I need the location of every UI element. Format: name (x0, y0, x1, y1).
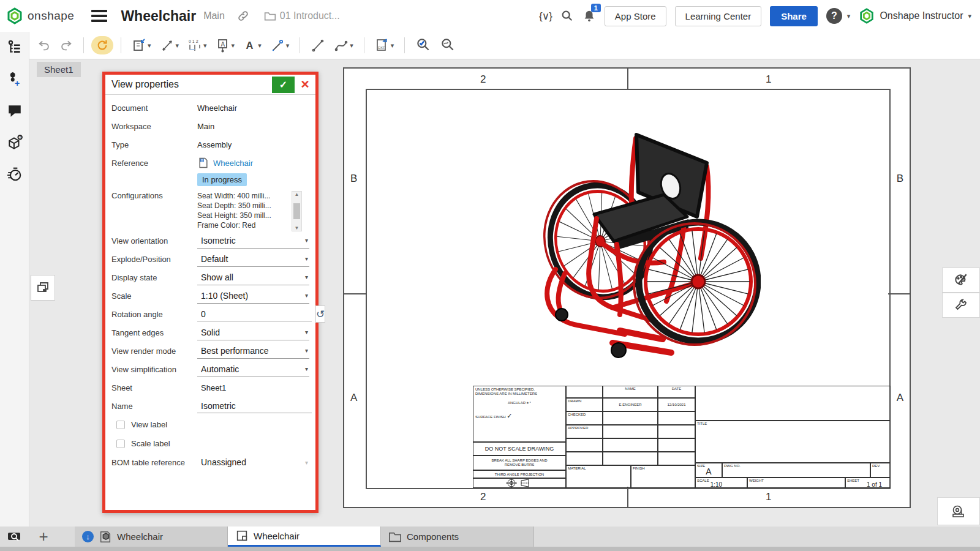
scroll-down-icon[interactable]: ▼ (295, 225, 300, 231)
dimension-button[interactable]: ▾ (157, 36, 183, 55)
inspect-dimensions-button[interactable] (437, 35, 459, 56)
palette-brush-icon (953, 272, 969, 288)
view-label-checkbox[interactable] (116, 421, 125, 429)
drawing-sheet[interactable]: 2 1 2 1 B A B A (343, 67, 911, 508)
dimension-icon (160, 38, 175, 53)
view-name-input[interactable] (197, 399, 312, 413)
reference-link[interactable]: Wheelchair (197, 157, 253, 169)
confirm-button[interactable]: ✓ (272, 77, 295, 93)
export-dxf-icon: DXF (375, 38, 390, 53)
drawing-toolbar: ▾ ▾ 0 1 2 ▾ A ▾ A ▾ ▾ ▾ (29, 32, 980, 59)
undo-button[interactable] (34, 36, 54, 54)
leader-button[interactable]: ▾ (267, 36, 293, 55)
configurations-scrollbar[interactable]: ▲ ▼ (292, 191, 302, 231)
folder-icon (264, 10, 276, 21)
edit-appearance-button[interactable] (942, 268, 980, 293)
bottom-tab-bar: + ↓ Wheelchair Wheelchair Components (0, 527, 980, 547)
chevron-down-icon: ▾ (305, 237, 308, 244)
configurations-list[interactable]: Seat Width: 400 milli... Seat Depth: 350… (197, 191, 290, 231)
drawing-tab-icon (235, 529, 249, 542)
search-icon[interactable] (560, 9, 574, 23)
find-tab-button[interactable] (0, 527, 29, 547)
scrollbar-thumb[interactable] (293, 203, 300, 219)
line-tool-button[interactable] (307, 36, 328, 55)
link-icon[interactable] (237, 10, 249, 22)
measure-button[interactable] (937, 497, 980, 525)
dialog-titlebar[interactable]: View properties ✓ ✕ (105, 75, 315, 95)
scale-label-checkbox[interactable] (116, 440, 125, 448)
view-label-text: View label (131, 420, 167, 429)
title-label: TITLE (696, 421, 890, 426)
drawn-name: E.ENGINEER (603, 398, 658, 411)
left-panel-rail: + ? (0, 32, 29, 527)
note-icon: A (216, 38, 230, 53)
app-store-button[interactable]: App Store (605, 6, 666, 26)
comment-icon (7, 103, 23, 119)
note-button[interactable]: A ▾ (213, 36, 238, 55)
display-state-select[interactable]: Show all▾ (197, 269, 309, 285)
sheets-panel-button[interactable] (7, 39, 23, 55)
tab-components-folder[interactable]: Components (381, 527, 534, 547)
check-dimensions-button[interactable] (412, 35, 434, 56)
explode-position-select[interactable]: Default▾ (197, 251, 309, 267)
reset-rotation-button[interactable]: ↺ (315, 305, 325, 323)
onshape-logo[interactable]: onshape (0, 7, 74, 24)
onshape-app: onshape Wheelchair Main 01 Introduct... … (0, 0, 980, 551)
help-menu[interactable]: ? ▾ (826, 8, 851, 24)
type-label: Type (111, 140, 197, 149)
update-views-button[interactable] (91, 36, 113, 54)
chevron-down-icon: ▾ (305, 255, 308, 262)
redo-button[interactable] (56, 36, 76, 54)
account-menu[interactable]: Onshape Instructor ▾ (859, 8, 971, 24)
tab-wheelchair-assembly[interactable]: ↓ Wheelchair (75, 527, 228, 547)
drawing-properties-button[interactable] (942, 293, 980, 318)
tangent-edges-select[interactable]: Solid▾ (197, 324, 309, 340)
top-header: onshape Wheelchair Main 01 Introduct... … (0, 0, 980, 32)
view-simplification-select[interactable]: Automatic▾ (197, 361, 309, 377)
main-menu-icon[interactable] (91, 7, 107, 24)
notifications-bell[interactable]: 1 (582, 9, 596, 23)
breadcrumb-folder[interactable]: 01 Introduct... (264, 10, 340, 21)
export-dxf-button[interactable]: DXF ▾ (372, 36, 398, 55)
ordinate-dimension-button[interactable]: 0 1 2 ▾ (184, 36, 210, 55)
configurations-panel-button[interactable]: + (7, 71, 23, 87)
rotation-angle-input[interactable] (197, 307, 312, 321)
bom-table-reference-select[interactable]: Unassigned▾ (197, 454, 309, 470)
surface-finish-note: SURFACE FINISH ✓ (473, 405, 565, 420)
text-button[interactable]: A ▾ (240, 36, 265, 54)
view-orientation-label: View orientation (111, 236, 197, 246)
insert-view-button[interactable]: ▾ (129, 36, 154, 55)
scale-select[interactable]: 1:10 (Sheet)▾ (197, 288, 309, 304)
sheet1-tab[interactable]: Sheet1 (37, 62, 81, 77)
header-actions: {∨} 1 App Store Learning Center Share ? … (539, 6, 980, 26)
sheets-toggle-button[interactable] (31, 275, 55, 301)
chevron-down-icon: ▾ (258, 42, 262, 50)
featurescript-icon[interactable]: {∨} (539, 10, 552, 23)
svg-text:DXF: DXF (378, 46, 385, 50)
history-panel-button[interactable] (7, 167, 23, 182)
scroll-up-icon[interactable]: ▲ (295, 192, 300, 197)
view-orientation-select[interactable]: Isometric▾ (197, 233, 309, 249)
zone-tick (627, 69, 628, 89)
spline-tool-button[interactable]: ▾ (331, 36, 356, 55)
workspace-name: Main (203, 10, 225, 21)
checked-label: CHECKED (567, 412, 602, 417)
chevron-down-icon: ▾ (968, 12, 971, 20)
share-button[interactable]: Share (770, 6, 818, 26)
parts-panel-button[interactable]: ? (7, 135, 23, 151)
view-render-mode-select[interactable]: Best performance▾ (197, 343, 309, 359)
comments-panel-button[interactable] (7, 103, 23, 119)
close-button[interactable]: ✕ (295, 77, 315, 93)
update-available-icon: ↓ (82, 531, 94, 542)
drawing-canvas[interactable]: Sheet1 2 1 2 1 B A B A (29, 59, 980, 527)
tab-label: Wheelchair (254, 531, 300, 541)
add-tab-button[interactable]: + (29, 527, 58, 547)
learning-center-button[interactable]: Learning Center (675, 6, 762, 26)
svg-text:?: ? (19, 135, 21, 139)
scale-label: SCALE (696, 478, 710, 483)
reference-label: Reference (111, 159, 197, 168)
configurations-label: Configurations (111, 191, 197, 231)
wheelchair-isometric-view[interactable] (528, 118, 761, 362)
chevron-down-icon: ▾ (305, 347, 308, 354)
tab-wheelchair-drawing[interactable]: Wheelchair (228, 527, 381, 547)
